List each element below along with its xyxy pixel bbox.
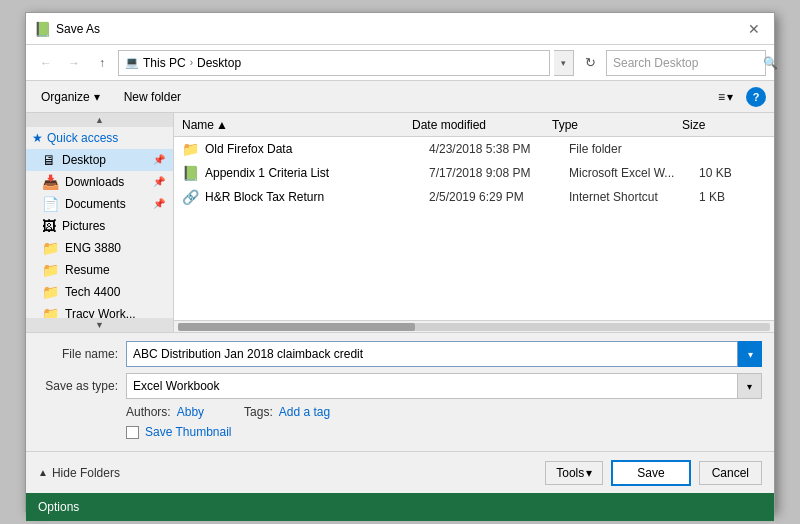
up-button[interactable]: ↑: [90, 51, 114, 75]
sidebar-item-quick-access[interactable]: ★ Quick access: [26, 127, 173, 149]
sidebar-item-tech4400[interactable]: 📁 Tech 4400: [26, 281, 173, 303]
breadcrumb-current: Desktop: [197, 56, 241, 70]
tools-button[interactable]: Tools ▾: [545, 461, 603, 485]
eng3880-icon: 📁: [42, 240, 59, 256]
file-type-2: Internet Shortcut: [569, 190, 699, 204]
file-type-0: File folder: [569, 142, 699, 156]
search-icon[interactable]: 🔍: [763, 56, 778, 70]
authors-value[interactable]: Abby: [177, 405, 204, 419]
documents-icon: 📄: [42, 196, 59, 212]
filename-input[interactable]: [126, 341, 738, 367]
sidebar-item-downloads[interactable]: 📥 Downloads 📌: [26, 171, 173, 193]
cancel-button[interactable]: Cancel: [699, 461, 762, 485]
column-header-name[interactable]: Name ▲: [182, 118, 412, 132]
dialog-title: Save As: [56, 22, 742, 36]
sidebar-scroll-down[interactable]: ▼: [26, 318, 173, 332]
sidebar-scroll-up[interactable]: ▲: [26, 113, 173, 127]
resume-icon: 📁: [42, 262, 59, 278]
file-name-1: Appendix 1 Criteria List: [205, 166, 429, 180]
refresh-button[interactable]: ↻: [578, 51, 602, 75]
documents-pin-icon: 📌: [153, 198, 165, 209]
authors-label: Authors:: [126, 405, 171, 419]
savetype-select[interactable]: Excel Workbook: [126, 373, 738, 399]
savetype-label: Save as type:: [38, 379, 118, 393]
help-button[interactable]: ?: [746, 87, 766, 107]
breadcrumb-prefix: This PC: [143, 56, 186, 70]
tags-group: Tags: Add a tag: [244, 405, 330, 419]
tools-label: Tools: [556, 466, 584, 480]
search-box: 🔍: [606, 50, 766, 76]
file-list-container: Name ▲ Date modified Type Size 📁 Old Fir…: [174, 113, 774, 332]
file-size-2: 1 KB: [699, 190, 759, 204]
search-input[interactable]: [613, 56, 763, 70]
quick-access-label: Quick access: [47, 131, 118, 145]
back-button[interactable]: ←: [34, 51, 58, 75]
sidebar-list: ★ Quick access 🖥 Desktop 📌 📥 Downloads 📌…: [26, 127, 174, 319]
downloads-icon: 📥: [42, 174, 59, 190]
view-button[interactable]: ≡ ▾: [713, 87, 738, 107]
quick-access-icon: ★: [32, 131, 43, 145]
sidebar-item-documents[interactable]: 📄 Documents 📌: [26, 193, 173, 215]
thumbnail-row: Save Thumbnail: [38, 425, 762, 439]
forward-button[interactable]: →: [62, 51, 86, 75]
table-row[interactable]: 📁 Old Firefox Data 4/23/2018 5:38 PM Fil…: [174, 137, 774, 161]
horizontal-scrollbar[interactable]: [174, 320, 774, 332]
sidebar-item-tracywork-label: Tracy Work...: [65, 307, 136, 319]
savetype-wrapper: Excel Workbook ▾: [126, 373, 762, 399]
scroll-thumb: [178, 323, 415, 331]
footer-buttons: Tools ▾ Save Cancel: [545, 460, 762, 486]
sidebar-item-resume[interactable]: 📁 Resume: [26, 259, 173, 281]
toolbar: Organize ▾ New folder ≡ ▾ ?: [26, 81, 774, 113]
excel-icon: 📗: [34, 21, 50, 37]
pictures-icon: 🖼: [42, 218, 56, 234]
hide-folders-arrow-icon: ▲: [38, 467, 48, 478]
organize-button[interactable]: Organize ▾: [34, 87, 107, 107]
save-button[interactable]: Save: [611, 460, 690, 486]
tags-value[interactable]: Add a tag: [279, 405, 330, 419]
table-row[interactable]: 📗 Appendix 1 Criteria List 7/17/2018 9:0…: [174, 161, 774, 185]
tools-arrow-icon: ▾: [586, 466, 592, 480]
options-bar: Options: [26, 493, 774, 521]
excel-file-icon: 📗: [182, 165, 199, 181]
column-header-date[interactable]: Date modified: [412, 118, 552, 132]
hide-folders-button[interactable]: ▲ Hide Folders: [38, 466, 120, 480]
sidebar-item-desktop[interactable]: 🖥 Desktop 📌: [26, 149, 173, 171]
name-column-label: Name: [182, 118, 214, 132]
sidebar-item-tracywork[interactable]: 📁 Tracy Work...: [26, 303, 173, 319]
hide-folders-label: Hide Folders: [52, 466, 120, 480]
savetype-dropdown-arrow[interactable]: ▾: [738, 373, 762, 399]
main-content: ▲ ★ Quick access 🖥 Desktop 📌 📥 Downloads…: [26, 113, 774, 333]
new-folder-button[interactable]: New folder: [115, 87, 190, 107]
sidebar-item-pictures-label: Pictures: [62, 219, 105, 233]
file-date-0: 4/23/2018 5:38 PM: [429, 142, 569, 156]
sidebar-item-downloads-label: Downloads: [65, 175, 124, 189]
date-column-label: Date modified: [412, 118, 486, 132]
authors-group: Authors: Abby: [126, 405, 204, 419]
sidebar-item-eng3880[interactable]: 📁 ENG 3880: [26, 237, 173, 259]
filename-input-wrapper: ▾: [126, 341, 762, 367]
thumbnail-checkbox[interactable]: [126, 426, 139, 439]
title-bar: 📗 Save As ✕: [26, 13, 774, 45]
file-date-1: 7/17/2018 9:08 PM: [429, 166, 569, 180]
desktop-icon: 🖥: [42, 152, 56, 168]
file-name-0: Old Firefox Data: [205, 142, 429, 156]
save-form: File name: ▾ Save as type: Excel Workboo…: [26, 333, 774, 451]
save-as-dialog: 📗 Save As ✕ ← → ↑ 💻 This PC › Desktop ▾ …: [25, 12, 775, 512]
table-row[interactable]: 🔗 H&R Block Tax Return 2/5/2019 6:29 PM …: [174, 185, 774, 209]
type-column-label: Type: [552, 118, 578, 132]
column-header-size[interactable]: Size: [682, 118, 742, 132]
breadcrumb[interactable]: 💻 This PC › Desktop: [118, 50, 550, 76]
column-header-type[interactable]: Type: [552, 118, 682, 132]
desktop-pin-icon: 📌: [153, 154, 165, 165]
address-dropdown-button[interactable]: ▾: [554, 50, 574, 76]
options-label[interactable]: Options: [38, 500, 79, 514]
sidebar-item-pictures[interactable]: 🖼 Pictures: [26, 215, 173, 237]
thumbnail-label[interactable]: Save Thumbnail: [145, 425, 232, 439]
file-date-2: 2/5/2019 6:29 PM: [429, 190, 569, 204]
filename-dropdown-button[interactable]: ▾: [738, 341, 762, 367]
file-list-header: Name ▲ Date modified Type Size: [174, 113, 774, 137]
tags-label: Tags:: [244, 405, 273, 419]
close-button[interactable]: ✕: [742, 17, 766, 41]
sidebar-item-tech4400-label: Tech 4400: [65, 285, 120, 299]
filename-label: File name:: [38, 347, 118, 361]
